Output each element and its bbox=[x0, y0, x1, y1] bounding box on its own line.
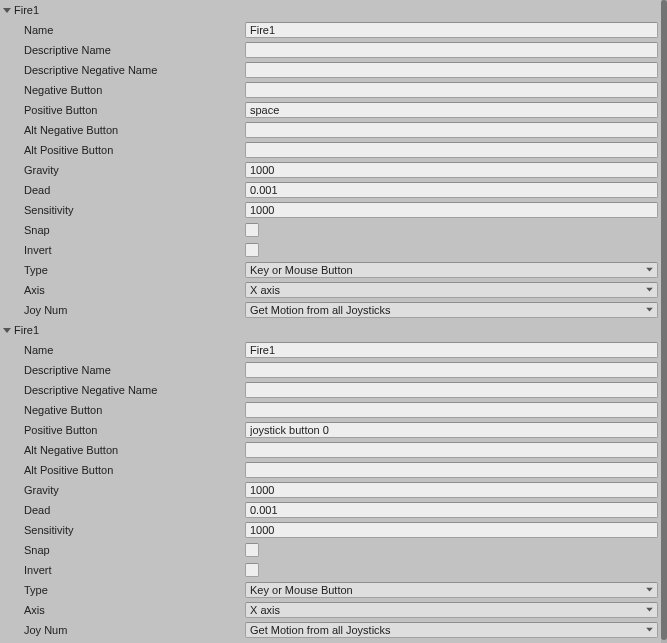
input-pos-button[interactable] bbox=[245, 422, 658, 438]
input-name[interactable] bbox=[245, 22, 658, 38]
label-axis: Axis bbox=[0, 600, 245, 620]
row-alt-neg-button: Alt Negative Button bbox=[0, 120, 662, 140]
label-pos-button: Positive Button bbox=[0, 100, 245, 120]
label-dead: Dead bbox=[0, 180, 245, 200]
chevron-down-icon bbox=[646, 608, 653, 613]
row-dead: Dead bbox=[0, 180, 662, 200]
label-joynum: Joy Num bbox=[0, 300, 245, 320]
input-gravity[interactable] bbox=[245, 482, 658, 498]
section-header-fire1-0[interactable]: Fire1 bbox=[0, 0, 662, 20]
dropdown-joynum-value: Get Motion from all Joysticks bbox=[250, 624, 391, 636]
label-name: Name bbox=[0, 340, 245, 360]
label-alt-neg-button: Alt Negative Button bbox=[0, 120, 245, 140]
row-desc-name: Descriptive Name bbox=[0, 360, 662, 380]
chevron-down-icon bbox=[646, 308, 653, 313]
row-invert: Invert bbox=[0, 560, 662, 580]
input-desc-neg-name[interactable] bbox=[245, 62, 658, 78]
dropdown-type-value: Key or Mouse Button bbox=[250, 264, 353, 276]
label-type: Type bbox=[0, 580, 245, 600]
row-dead: Dead bbox=[0, 500, 662, 520]
chevron-down-icon bbox=[646, 628, 653, 633]
row-joynum: Joy Num Get Motion from all Joysticks bbox=[0, 300, 662, 320]
dropdown-joynum[interactable]: Get Motion from all Joysticks bbox=[245, 302, 658, 318]
input-name[interactable] bbox=[245, 342, 658, 358]
label-sensitivity: Sensitivity bbox=[0, 200, 245, 220]
section-header-fire1-1[interactable]: Fire1 bbox=[0, 320, 662, 340]
row-pos-button: Positive Button bbox=[0, 420, 662, 440]
row-pos-button: Positive Button bbox=[0, 100, 662, 120]
input-dead[interactable] bbox=[245, 502, 658, 518]
dropdown-joynum-value: Get Motion from all Joysticks bbox=[250, 304, 391, 316]
row-alt-neg-button: Alt Negative Button bbox=[0, 440, 662, 460]
dropdown-type[interactable]: Key or Mouse Button bbox=[245, 582, 658, 598]
label-joynum: Joy Num bbox=[0, 620, 245, 640]
scrollbar-thumb[interactable] bbox=[661, 0, 667, 640]
row-name: Name bbox=[0, 20, 662, 40]
label-desc-neg-name: Descriptive Negative Name bbox=[0, 380, 245, 400]
row-name: Name bbox=[0, 340, 662, 360]
label-alt-pos-button: Alt Positive Button bbox=[0, 140, 245, 160]
row-gravity: Gravity bbox=[0, 480, 662, 500]
row-joynum: Joy Num Get Motion from all Joysticks bbox=[0, 620, 662, 640]
label-invert: Invert bbox=[0, 240, 245, 260]
dropdown-joynum[interactable]: Get Motion from all Joysticks bbox=[245, 622, 658, 638]
input-sensitivity[interactable] bbox=[245, 202, 658, 218]
input-neg-button[interactable] bbox=[245, 402, 658, 418]
input-desc-neg-name[interactable] bbox=[245, 382, 658, 398]
label-pos-button: Positive Button bbox=[0, 420, 245, 440]
label-desc-name: Descriptive Name bbox=[0, 360, 245, 380]
input-sensitivity[interactable] bbox=[245, 522, 658, 538]
label-alt-pos-button: Alt Positive Button bbox=[0, 460, 245, 480]
checkbox-snap[interactable] bbox=[245, 223, 259, 237]
row-sensitivity: Sensitivity bbox=[0, 200, 662, 220]
row-alt-pos-button: Alt Positive Button bbox=[0, 140, 662, 160]
label-snap: Snap bbox=[0, 220, 245, 240]
chevron-down-icon bbox=[646, 288, 653, 293]
dropdown-type-value: Key or Mouse Button bbox=[250, 584, 353, 596]
dropdown-axis-value: X axis bbox=[250, 604, 280, 616]
row-desc-neg-name: Descriptive Negative Name bbox=[0, 60, 662, 80]
section-title: Fire1 bbox=[14, 324, 39, 336]
vertical-scrollbar[interactable] bbox=[661, 0, 667, 643]
row-axis: Axis X axis bbox=[0, 600, 662, 620]
input-desc-name[interactable] bbox=[245, 362, 658, 378]
row-alt-pos-button: Alt Positive Button bbox=[0, 460, 662, 480]
row-type: Type Key or Mouse Button bbox=[0, 580, 662, 600]
row-snap: Snap bbox=[0, 540, 662, 560]
dropdown-type[interactable]: Key or Mouse Button bbox=[245, 262, 658, 278]
input-alt-pos-button[interactable] bbox=[245, 142, 658, 158]
foldout-icon bbox=[0, 6, 14, 14]
input-dead[interactable] bbox=[245, 182, 658, 198]
label-neg-button: Negative Button bbox=[0, 80, 245, 100]
dropdown-axis-value: X axis bbox=[250, 284, 280, 296]
label-gravity: Gravity bbox=[0, 160, 245, 180]
label-name: Name bbox=[0, 20, 245, 40]
row-neg-button: Negative Button bbox=[0, 80, 662, 100]
row-desc-neg-name: Descriptive Negative Name bbox=[0, 380, 662, 400]
checkbox-invert[interactable] bbox=[245, 243, 259, 257]
row-axis: Axis X axis bbox=[0, 280, 662, 300]
label-alt-neg-button: Alt Negative Button bbox=[0, 440, 245, 460]
row-sensitivity: Sensitivity bbox=[0, 520, 662, 540]
label-desc-neg-name: Descriptive Negative Name bbox=[0, 60, 245, 80]
dropdown-axis[interactable]: X axis bbox=[245, 602, 658, 618]
foldout-icon bbox=[0, 326, 14, 334]
inspector-panel: Fire1 Name Descriptive Name Descriptive … bbox=[0, 0, 662, 640]
label-desc-name: Descriptive Name bbox=[0, 40, 245, 60]
input-alt-pos-button[interactable] bbox=[245, 462, 658, 478]
input-pos-button[interactable] bbox=[245, 102, 658, 118]
dropdown-axis[interactable]: X axis bbox=[245, 282, 658, 298]
label-dead: Dead bbox=[0, 500, 245, 520]
row-type: Type Key or Mouse Button bbox=[0, 260, 662, 280]
checkbox-invert[interactable] bbox=[245, 563, 259, 577]
section-title: Fire1 bbox=[14, 4, 39, 16]
label-axis: Axis bbox=[0, 280, 245, 300]
row-gravity: Gravity bbox=[0, 160, 662, 180]
input-desc-name[interactable] bbox=[245, 42, 658, 58]
checkbox-snap[interactable] bbox=[245, 543, 259, 557]
label-gravity: Gravity bbox=[0, 480, 245, 500]
input-gravity[interactable] bbox=[245, 162, 658, 178]
input-alt-neg-button[interactable] bbox=[245, 122, 658, 138]
input-alt-neg-button[interactable] bbox=[245, 442, 658, 458]
input-neg-button[interactable] bbox=[245, 82, 658, 98]
